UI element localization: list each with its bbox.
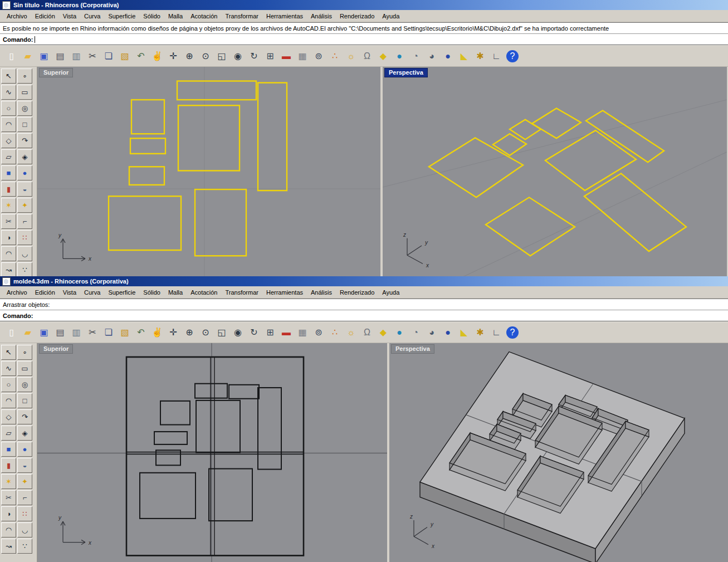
select-arrow-icon[interactable]: ↖ <box>1 69 16 84</box>
viewport-top[interactable]: Superior y <box>37 67 380 278</box>
zoom-icon[interactable]: ⊕ <box>182 48 197 64</box>
explode-tool-icon[interactable]: ✶ <box>1 474 16 489</box>
command-input[interactable]: Comando: <box>0 310 728 321</box>
menu-item[interactable]: Vista <box>59 12 80 21</box>
open-folder-icon[interactable]: ▰ <box>20 325 36 340</box>
point-icon[interactable]: ∘ <box>17 69 32 84</box>
rotate-view-icon[interactable]: ↻ <box>246 325 262 340</box>
pan-hand-icon[interactable]: ✌ <box>149 325 165 340</box>
menu-item[interactable]: Edición <box>31 12 59 21</box>
copy-view-icon[interactable]: ▥ <box>69 48 84 64</box>
circle-tangent-icon[interactable]: ◎ <box>17 377 32 392</box>
undo-icon[interactable]: ↶ <box>133 325 149 340</box>
freeform-curve-icon[interactable]: ↷ <box>17 133 32 148</box>
mold-outline-curves[interactable] <box>126 357 304 556</box>
menu-item[interactable]: Archivo <box>3 288 31 297</box>
menu-item[interactable]: Archivo <box>3 12 31 21</box>
menu-item[interactable]: Edición <box>31 288 59 297</box>
gear-icon[interactable]: ✱ <box>472 325 488 340</box>
control-point-curve-icon[interactable]: ▭ <box>17 85 32 100</box>
copy-icon[interactable]: ❏ <box>101 48 116 64</box>
cplane-icon[interactable]: ⊚ <box>311 325 326 340</box>
rendered-sphere-icon[interactable]: ● <box>440 48 456 64</box>
curve-handle-icon[interactable]: ↝ <box>1 262 16 277</box>
curve-interpolate-icon[interactable]: ∿ <box>1 361 16 376</box>
new-file-icon[interactable]: ▯ <box>4 48 19 64</box>
viewport-top[interactable]: Superior <box>37 343 387 562</box>
viewport-top-label[interactable]: Superior <box>39 344 73 354</box>
boolean-tool-icon[interactable]: ◑ <box>1 230 16 245</box>
trim-tool-icon[interactable]: ✂ <box>1 490 16 505</box>
cplane-icon[interactable]: ⊚ <box>311 48 326 64</box>
blend-curve-icon[interactable]: ◠ <box>1 246 16 261</box>
shaded-sphere-icon[interactable]: ◕ <box>424 48 439 64</box>
zoom-dynamic-icon[interactable]: ⊙ <box>198 325 213 340</box>
extend-tool-icon[interactable]: ⌐ <box>17 490 32 505</box>
rectangle-tool-icon[interactable]: □ <box>17 393 32 408</box>
surface-plane-icon[interactable]: ▱ <box>1 149 16 164</box>
yellow-curve-rectangles-3d[interactable] <box>429 108 686 256</box>
circle-tool-icon[interactable]: ○ <box>1 101 16 116</box>
sweep-surface-icon[interactable]: ◈ <box>17 149 32 164</box>
undo-icon[interactable]: ↶ <box>133 48 149 64</box>
freeform-curve-icon[interactable]: ↷ <box>17 409 32 424</box>
menu-item[interactable]: Renderizado <box>336 288 378 297</box>
cut-icon[interactable]: ✂ <box>85 48 100 64</box>
title-bar[interactable]: Sin título - Rhinoceros (Corporativa) <box>0 0 728 10</box>
boolean-tool-icon[interactable]: ◑ <box>1 506 16 521</box>
save-icon[interactable]: ▣ <box>36 325 52 340</box>
torus-tool-icon[interactable]: ◒ <box>17 182 32 197</box>
menu-item[interactable]: Curva <box>80 12 104 21</box>
command-input[interactable]: Comando: <box>0 34 728 45</box>
lock-icon[interactable]: Ω <box>359 325 375 340</box>
menu-item[interactable]: Malla <box>164 12 187 21</box>
shaded-sphere-icon[interactable]: ◕ <box>424 325 439 340</box>
menu-item[interactable]: Transformar <box>221 288 262 297</box>
circle-tangent-icon[interactable]: ◎ <box>17 101 32 116</box>
menu-item[interactable]: Ayuda <box>378 288 403 297</box>
new-file-icon[interactable]: ▯ <box>4 325 19 340</box>
wireframe-sphere-icon[interactable]: ◔ <box>408 325 423 340</box>
menu-item[interactable]: Herramientas <box>262 288 307 297</box>
surface-plane-icon[interactable]: ▱ <box>1 426 16 441</box>
copy-view-icon[interactable]: ▥ <box>69 325 84 340</box>
top-view-canvas[interactable]: y x <box>37 67 380 278</box>
zoom-extents-icon[interactable]: ◉ <box>230 325 246 340</box>
cplane-axis-icon[interactable]: ∟ <box>488 48 504 64</box>
adjust-end-icon[interactable]: ◡ <box>17 246 32 261</box>
top-view-canvas[interactable]: y x <box>37 343 387 562</box>
osnap-nodes-icon[interactable]: ∴ <box>327 48 343 64</box>
menu-item[interactable]: Transformar <box>221 12 262 21</box>
polygon-tool-icon[interactable]: ◇ <box>1 409 16 424</box>
polygon-tool-icon[interactable]: ◇ <box>1 133 16 148</box>
menu-item[interactable]: Superficie <box>104 12 139 21</box>
flag-icon[interactable]: ◣ <box>456 48 472 64</box>
select-arrow-icon[interactable]: ↖ <box>1 345 16 360</box>
sweep-surface-icon[interactable]: ◈ <box>17 426 32 441</box>
zoom-window-icon[interactable]: ◱ <box>214 325 229 340</box>
trim-tool-icon[interactable]: ✂ <box>1 214 16 229</box>
render-globe-icon[interactable]: ● <box>392 48 407 64</box>
help-icon[interactable]: ? <box>505 48 520 64</box>
open-folder-icon[interactable]: ▰ <box>20 48 36 64</box>
menu-item[interactable]: Superficie <box>104 288 139 297</box>
paste-icon[interactable]: ▧ <box>117 48 133 64</box>
menu-item[interactable]: Ayuda <box>378 12 403 21</box>
rendered-sphere-icon[interactable]: ● <box>440 325 456 340</box>
arc-tool-icon[interactable]: ◠ <box>1 393 16 408</box>
layer-kite-icon[interactable]: ◆ <box>375 325 391 340</box>
perspective-canvas[interactable]: z y x <box>389 343 728 562</box>
array-tool-icon[interactable]: ∷ <box>17 230 32 245</box>
menu-item[interactable]: Sólido <box>139 12 164 21</box>
help-icon[interactable]: ? <box>505 325 520 340</box>
viewport-perspective[interactable]: Perspectiva z <box>383 67 727 278</box>
rotate-view-icon[interactable]: ↻ <box>246 48 262 64</box>
copy-icon[interactable]: ❏ <box>101 325 116 340</box>
menu-item[interactable]: Análisis <box>307 12 336 21</box>
curve-interpolate-icon[interactable]: ∿ <box>1 85 16 100</box>
zoom-window-icon[interactable]: ◱ <box>214 48 229 64</box>
menu-item[interactable]: Vista <box>59 288 80 297</box>
lock-icon[interactable]: Ω <box>359 48 375 64</box>
shade-car-icon[interactable]: ▬ <box>279 325 294 340</box>
wireframe-sphere-icon[interactable]: ◔ <box>408 48 423 64</box>
